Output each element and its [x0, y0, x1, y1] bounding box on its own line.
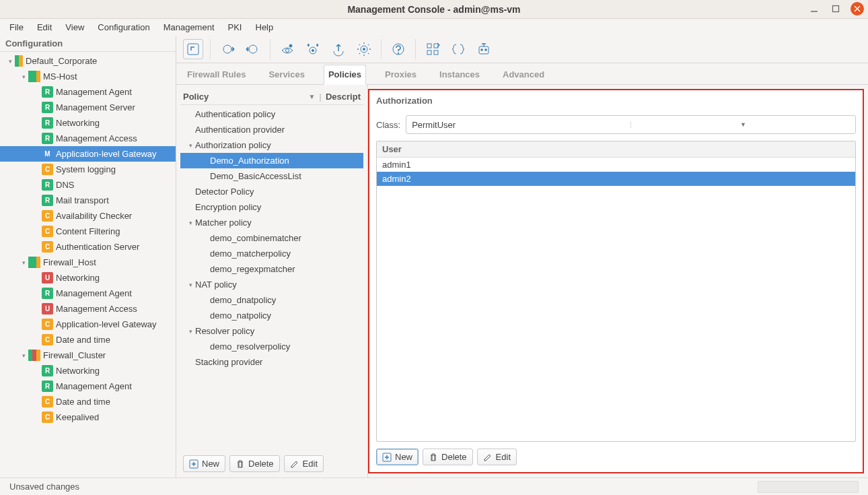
expander-icon[interactable]: ▾ [186, 328, 195, 335]
menu-configuration[interactable]: Configuration [91, 20, 156, 34]
tool-robot-icon[interactable] [474, 39, 494, 59]
tree-item[interactable]: RManagement Agent [0, 286, 176, 301]
policy-delete-button[interactable]: Delete [229, 455, 280, 472]
policy-new-button[interactable]: New [183, 455, 225, 472]
tree-item[interactable]: MApplication-level Gateway [0, 146, 176, 162]
policy-item[interactable]: demo_resolverpolicy [180, 339, 363, 354]
tabbar: Firewall RulesServicesPoliciesProxiesIns… [176, 63, 868, 85]
policy-item[interactable]: demo_natpolicy [180, 308, 363, 323]
user-table[interactable]: User admin1admin2 [376, 141, 856, 442]
policy-item[interactable]: demo_dnatpolicy [180, 292, 363, 308]
expander-icon[interactable]: ▾ [19, 352, 28, 359]
menu-help[interactable]: Help [249, 20, 281, 34]
svg-point-14 [398, 53, 399, 54]
tool-view-icon[interactable] [277, 39, 297, 59]
tree-item[interactable]: CDate and time [0, 332, 176, 348]
policy-item[interactable]: ▾Authorization policy [180, 137, 363, 153]
expander-icon[interactable]: ▾ [19, 73, 28, 80]
tab-advanced[interactable]: Advanced [499, 65, 548, 84]
tree-item[interactable]: RManagement Access [0, 131, 176, 146]
tool-grid-icon[interactable] [423, 39, 443, 59]
policy-item[interactable]: Encryption policy [180, 199, 363, 215]
tab-firewall-rules[interactable]: Firewall Rules [183, 65, 250, 84]
tab-services[interactable]: Services [264, 65, 309, 84]
tree-item[interactable]: RNetworking [0, 115, 176, 131]
policy-item[interactable]: demo_matcherpolicy [180, 246, 363, 261]
tree-item[interactable]: CDate and time [0, 394, 176, 409]
tree-item[interactable]: CApplication-level Gateway [0, 317, 176, 332]
tab-proxies[interactable]: Proxies [381, 65, 421, 84]
tree-item[interactable]: CContent Filtering [0, 224, 176, 239]
tool-up-icon[interactable] [183, 39, 203, 59]
tree-item[interactable]: ▾Firewall_Cluster [0, 348, 176, 363]
policy-item[interactable]: Stacking provider [180, 354, 363, 370]
policy-item[interactable]: Authentication provider [180, 122, 363, 137]
policy-item[interactable]: Demo_Authorization [180, 153, 363, 168]
tree-item[interactable]: ▾Default_Corporate [0, 53, 176, 69]
policy-item[interactable]: ▾NAT policy [180, 277, 363, 292]
expander-icon[interactable]: ▾ [19, 259, 28, 266]
tool-commit-icon[interactable] [217, 39, 238, 59]
svg-rect-19 [479, 46, 489, 54]
policy-edit-button[interactable]: Edit [284, 455, 324, 472]
expander-icon[interactable]: ▾ [5, 58, 15, 65]
tree-item[interactable]: RNetworking [0, 363, 176, 378]
svg-rect-17 [427, 51, 431, 55]
tree-item[interactable]: CAvailability Checker [0, 208, 176, 224]
policy-item[interactable]: Detector Policy [180, 184, 363, 199]
policy-item[interactable]: demo_combinematcher [180, 230, 363, 246]
policy-item[interactable]: ▾Matcher policy [180, 215, 363, 230]
tree-item[interactable]: UManagement Access [0, 301, 176, 317]
maximize-button[interactable] [829, 2, 842, 15]
tool-script-icon[interactable] [448, 39, 468, 59]
close-button[interactable] [851, 2, 864, 15]
tree-item[interactable]: ▾Firewall_Host [0, 255, 176, 270]
policy-item[interactable]: Authentication policy [180, 106, 363, 122]
user-edit-button[interactable]: Edit [477, 449, 517, 465]
tree-label: Firewall_Host [43, 257, 96, 267]
expander-icon[interactable]: ▾ [186, 220, 195, 226]
tree-item[interactable]: CAuthentication Server [0, 239, 176, 255]
tree-item[interactable]: CKeepalived [0, 409, 176, 425]
minimize-button[interactable] [807, 2, 821, 15]
user-new-button[interactable]: New [376, 449, 419, 465]
status-box-icon: R [42, 102, 53, 113]
policy-tree[interactable]: Authentication policyAuthentication prov… [180, 105, 363, 451]
tree-label: Availability Checker [56, 211, 132, 221]
tree-item[interactable]: ▾MS-Host [0, 69, 176, 84]
menu-edit[interactable]: Edit [30, 20, 59, 34]
policy-item[interactable]: Demo_BasicAccessList [180, 168, 363, 184]
policy-item[interactable]: demo_regexpmatcher [180, 261, 363, 277]
class-combo[interactable]: PermitUser ▼ [406, 115, 856, 134]
menu-management[interactable]: Management [157, 20, 221, 34]
tool-gear-icon[interactable] [354, 39, 374, 59]
tab-policies[interactable]: Policies [324, 65, 366, 85]
menu-view[interactable]: View [59, 20, 91, 34]
tool-gear-swap-icon[interactable] [303, 39, 323, 59]
tool-help-icon[interactable] [388, 39, 408, 59]
tree-item[interactable]: RMail transport [0, 193, 176, 208]
tree-item[interactable]: RManagement Server [0, 100, 176, 115]
tree-item[interactable]: RManagement Agent [0, 84, 176, 100]
config-tree[interactable]: ▾Default_Corporate▾MS-HostRManagement Ag… [0, 52, 176, 477]
menu-pki[interactable]: PKI [221, 20, 249, 34]
user-delete-button[interactable]: Delete [423, 449, 473, 465]
menu-file[interactable]: File [3, 20, 30, 34]
policy-header[interactable]: Policy ▼ | Descript [180, 90, 363, 105]
tool-upload-icon[interactable] [328, 39, 349, 59]
status-multibox-icon [28, 71, 40, 82]
expander-icon[interactable]: ▾ [186, 282, 195, 288]
expander-icon[interactable]: ▾ [186, 142, 195, 149]
user-row[interactable]: admin2 [377, 172, 855, 186]
tree-item[interactable]: RDNS [0, 177, 176, 193]
tree-item[interactable]: CSystem logging [0, 162, 176, 177]
policy-item[interactable]: ▾Resolver policy [180, 323, 363, 339]
user-col-header[interactable]: User [377, 141, 855, 158]
user-row[interactable]: admin1 [377, 158, 855, 172]
status-box-icon: C [42, 164, 53, 175]
tree-item[interactable]: RManagement Agent [0, 378, 176, 394]
policy-label: demo_natpolicy [210, 310, 271, 321]
tool-rollback-icon[interactable] [243, 39, 263, 59]
tab-instances[interactable]: Instances [435, 65, 484, 84]
tree-item[interactable]: UNetworking [0, 270, 176, 286]
